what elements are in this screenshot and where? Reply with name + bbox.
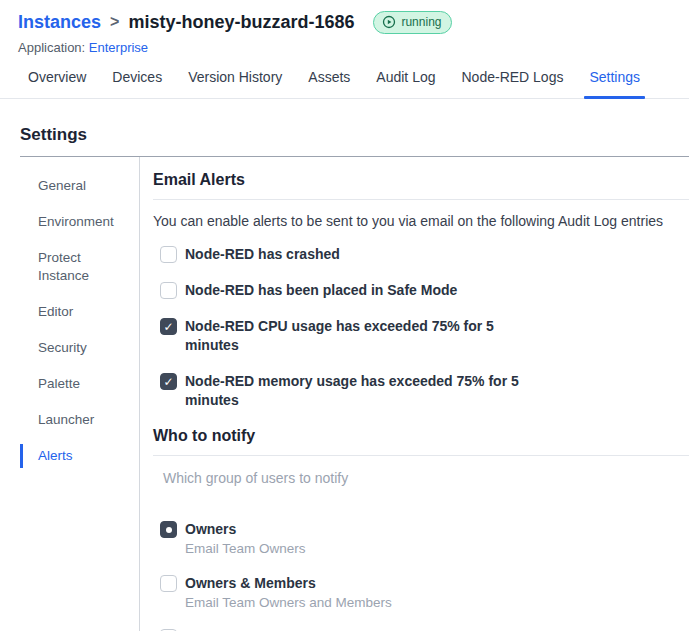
- email-alerts-title: Email Alerts: [153, 171, 689, 200]
- settings-section: Settings General Environment Protect Ins…: [0, 99, 689, 631]
- application-row: Application: Enterprise: [18, 40, 669, 55]
- sidebar-item-environment[interactable]: Environment: [20, 210, 112, 234]
- sidebar-item-launcher[interactable]: Launcher: [20, 408, 112, 432]
- breadcrumb: Instances > misty-honey-buzzard-1686 run…: [18, 10, 669, 34]
- tab-audit-log[interactable]: Audit Log: [371, 69, 440, 98]
- radio-option-description: Email Team Owners: [185, 541, 306, 557]
- who-to-notify-title: Who to notify: [153, 427, 689, 456]
- tab-version-history[interactable]: Version History: [183, 69, 287, 98]
- page: Instances > misty-honey-buzzard-1686 run…: [0, 0, 689, 631]
- checkbox-crashed[interactable]: [160, 246, 177, 263]
- instance-name: misty-honey-buzzard-1686: [128, 10, 354, 34]
- radio-option-label[interactable]: Owners: [185, 520, 306, 538]
- sidebar-item-protect-instance[interactable]: Protect Instance: [20, 246, 112, 288]
- notify-options: Owners Email Team Owners Owners & Member…: [153, 520, 689, 631]
- radio-option-description: Email Team Owners and Members: [185, 595, 392, 611]
- checkbox-safe-mode[interactable]: [160, 282, 177, 299]
- radio-group-owners[interactable]: Owners Email Team Owners: [160, 520, 689, 557]
- checkbox-memory-usage[interactable]: [160, 373, 177, 390]
- checkbox-label[interactable]: Node-RED CPU usage has exceeded 75% for …: [185, 317, 545, 355]
- tab-settings[interactable]: Settings: [584, 69, 645, 98]
- settings-sidebar: General Environment Protect Instance Edi…: [20, 157, 140, 631]
- tab-devices[interactable]: Devices: [107, 69, 167, 98]
- checkbox-label[interactable]: Node-RED has been placed in Safe Mode: [185, 281, 457, 300]
- settings-main: Email Alerts You can enable alerts to be…: [140, 157, 689, 631]
- checkbox-cpu-usage[interactable]: [160, 318, 177, 335]
- breadcrumb-separator-icon: >: [110, 10, 119, 34]
- radio-owners[interactable]: [160, 521, 177, 538]
- checkbox-row-memory-usage[interactable]: Node-RED memory usage has exceeded 75% f…: [153, 372, 689, 410]
- sidebar-item-palette[interactable]: Palette: [20, 372, 112, 396]
- radio-owners-members[interactable]: [160, 575, 177, 592]
- checkbox-label[interactable]: Node-RED memory usage has exceeded 75% f…: [185, 372, 545, 410]
- radio-option-label[interactable]: Owners & Members: [185, 574, 392, 592]
- tab-assets[interactable]: Assets: [303, 69, 355, 98]
- checkbox-label[interactable]: Node-RED has crashed: [185, 245, 340, 264]
- radio-group-owners-members[interactable]: Owners & Members Email Team Owners and M…: [160, 574, 689, 611]
- checkbox-row-cpu-usage[interactable]: Node-RED CPU usage has exceeded 75% for …: [153, 317, 689, 355]
- status-text: running: [401, 15, 441, 30]
- email-alerts-description: You can enable alerts to be sent to you …: [153, 212, 689, 231]
- tab-node-red-logs[interactable]: Node-RED Logs: [457, 69, 569, 98]
- tab-overview[interactable]: Overview: [23, 69, 91, 98]
- header: Instances > misty-honey-buzzard-1686 run…: [0, 0, 689, 55]
- sidebar-item-security[interactable]: Security: [20, 336, 112, 360]
- email-alerts-options: Node-RED has crashed Node-RED has been p…: [153, 245, 689, 410]
- sidebar-item-alerts[interactable]: Alerts: [20, 444, 112, 468]
- notify-hint: Which group of users to notify: [163, 470, 689, 486]
- instances-link[interactable]: Instances: [18, 10, 101, 34]
- checkbox-row-safe-mode[interactable]: Node-RED has been placed in Safe Mode: [153, 281, 689, 300]
- sidebar-item-editor[interactable]: Editor: [20, 300, 112, 324]
- checkbox-row-crashed[interactable]: Node-RED has crashed: [153, 245, 689, 264]
- sidebar-item-general[interactable]: General: [20, 174, 112, 198]
- status-badge: running: [373, 11, 452, 34]
- tab-bar: Overview Devices Version History Assets …: [0, 55, 689, 99]
- play-circle-icon: [382, 15, 396, 29]
- application-link[interactable]: Enterprise: [89, 40, 148, 55]
- application-label: Application:: [18, 40, 85, 55]
- page-title: Settings: [20, 125, 689, 157]
